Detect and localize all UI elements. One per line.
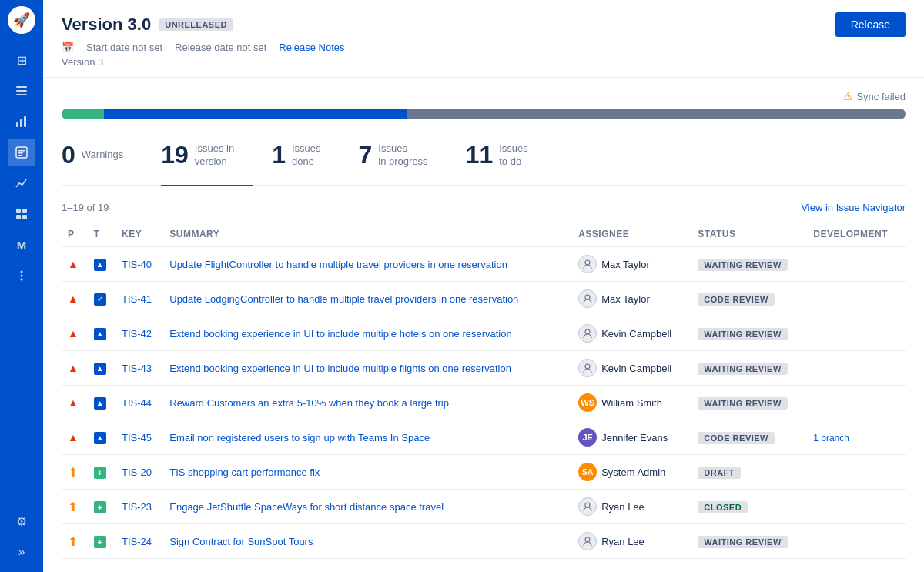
issue-key-link[interactable]: TIS-41 [122, 293, 152, 305]
svg-rect-5 [24, 116, 26, 127]
issue-summary-text[interactable]: Sign Contract for SunSpot Tours [169, 536, 313, 547]
svg-rect-11 [22, 209, 27, 213]
priority-cell: ▲ [62, 282, 88, 316]
reports-nav-icon[interactable] [8, 108, 35, 135]
status-cell: WAITING REVIEW [691, 524, 807, 559]
summary-cell[interactable]: Extend booking experience in UI to inclu… [163, 316, 572, 351]
more-nav-icon[interactable] [8, 262, 35, 289]
issue-key-link[interactable]: TIS-40 [122, 259, 152, 270]
stat-issues-done[interactable]: 1 Issuesdone [272, 135, 339, 176]
type-cell: ▲ [88, 420, 116, 455]
issue-summary-text[interactable]: Engage JetShuttle SpaceWays for short di… [169, 501, 444, 513]
priority-cell: ▲ [62, 386, 88, 420]
issue-summary-text[interactable]: Email non registered users to sign up wi… [169, 432, 430, 443]
issue-key-link[interactable]: TIS-24 [122, 536, 152, 547]
development-cell [807, 490, 906, 524]
svg-point-18 [585, 295, 590, 299]
type-cell: ▲ [88, 316, 116, 351]
key-cell[interactable]: TIS-44 [116, 386, 163, 420]
table-row: ⬆+TIS-23Engage JetShuttle SpaceWays for … [62, 490, 906, 524]
issue-key-link[interactable]: TIS-20 [122, 467, 152, 478]
expand-nav-icon[interactable]: » [8, 538, 35, 566]
issue-key-link[interactable]: TIS-44 [122, 397, 152, 409]
col-priority: P [62, 222, 88, 246]
summary-cell[interactable]: Update FlightController to handle multip… [163, 246, 572, 282]
app-logo[interactable]: 🚀 [8, 6, 35, 34]
story-type-icon: ▲ [94, 259, 106, 271]
progress-done-segment [62, 109, 104, 119]
summary-cell[interactable]: Engage JetShuttle SpaceWays for short di… [163, 490, 572, 524]
issue-key-link[interactable]: TIS-45 [122, 432, 152, 443]
issue-key-link[interactable]: TIS-43 [122, 363, 152, 374]
key-cell[interactable]: TIS-20 [116, 455, 163, 490]
summary-cell[interactable]: Update LodgingController to handle multi… [163, 282, 572, 316]
development-cell: 1 branch [807, 420, 906, 455]
assignee-name: Max Taylor [601, 293, 650, 305]
summary-cell[interactable]: Email non registered users to sign up wi… [163, 420, 572, 455]
progress-todo-segment [407, 109, 906, 119]
issue-key-link[interactable]: TIS-42 [122, 328, 152, 340]
apps-nav-icon[interactable]: M [8, 231, 35, 259]
stat-label-warnings: Warnings [82, 149, 123, 162]
key-cell[interactable]: TIS-40 [116, 246, 163, 282]
assignee-name: Kevin Campbell [601, 363, 671, 374]
issue-key-link[interactable]: TIS-23 [122, 501, 152, 513]
issue-summary-text[interactable]: Extend booking experience in UI to inclu… [169, 328, 511, 340]
svg-rect-0 [16, 86, 27, 88]
story-type-icon: ▲ [94, 363, 106, 375]
summary-cell[interactable]: Extend booking experience in UI to inclu… [163, 351, 572, 386]
status-badge: CLOSED [698, 501, 748, 513]
avatar [578, 324, 597, 343]
stat-issues-version[interactable]: 19 Issues inversion [161, 135, 253, 176]
board-nav-icon[interactable]: ⊞ [8, 46, 35, 74]
components-nav-icon[interactable] [8, 200, 35, 228]
table-row: ▲▲TIS-42Extend booking experience in UI … [62, 316, 906, 351]
issue-summary-text[interactable]: Extend booking experience in UI to inclu… [169, 363, 511, 374]
release-button[interactable]: Release [835, 12, 906, 37]
stat-warnings[interactable]: 0 Warnings [62, 135, 142, 176]
svg-rect-10 [16, 209, 21, 213]
summary-cell[interactable]: Reward Customers an extra 5-10% when the… [163, 386, 572, 420]
development-cell [807, 246, 906, 282]
svg-point-16 [21, 279, 23, 281]
dev-branch-link[interactable]: 1 branch [813, 433, 849, 443]
backlog-nav-icon[interactable] [8, 77, 35, 105]
assignee-cell: WSWilliam Smith [572, 386, 691, 420]
svg-rect-2 [16, 94, 27, 95]
summary-cell[interactable]: Sign Contract for SunSpot Tours [163, 524, 572, 559]
issue-summary-text[interactable]: Update LodgingController to handle multi… [169, 293, 518, 305]
issue-summary-text[interactable]: Update FlightController to handle multip… [169, 259, 507, 270]
stat-issues-inprogress[interactable]: 7 Issuesin progress [359, 135, 447, 176]
priority-high-icon: ⬆ [68, 535, 78, 548]
settings-nav-icon[interactable]: ⚙ [8, 507, 35, 535]
releases-nav-icon[interactable] [8, 139, 35, 166]
issues-range: 1–19 of 19 [62, 202, 109, 213]
release-notes-link[interactable]: Release Notes [279, 42, 344, 53]
avatar [578, 255, 597, 273]
key-cell[interactable]: TIS-24 [116, 524, 163, 559]
stat-label-todo: Issuesto do [499, 142, 528, 169]
priority-highest-icon: ▲ [68, 431, 79, 443]
issues-header: 1–19 of 19 View in Issue Navigator [62, 202, 906, 213]
col-assignee: Assignee [572, 222, 691, 246]
assignee-name: Kevin Campbell [601, 328, 671, 340]
svg-rect-3 [16, 122, 18, 127]
view-navigator-link[interactable]: View in Issue Navigator [801, 202, 906, 213]
issues-table: P T Key Summary Assignee Status Developm… [62, 222, 906, 559]
improvement-type-icon: + [94, 467, 106, 479]
key-cell[interactable]: TIS-41 [116, 282, 163, 316]
avatar: JE [578, 428, 597, 447]
page-title: Version 3.0 [62, 15, 151, 35]
summary-cell[interactable]: TIS shopping cart performance fix [163, 455, 572, 490]
analytics-nav-icon[interactable] [8, 169, 35, 197]
issue-summary-text[interactable]: TIS shopping cart performance fix [169, 467, 320, 478]
key-cell[interactable]: TIS-42 [116, 316, 163, 351]
main-panel: Version 3.0 UNRELEASED Release 📅 Start d… [43, 0, 924, 572]
key-cell[interactable]: TIS-45 [116, 420, 163, 455]
stat-issues-todo[interactable]: 11 Issuesto do [466, 135, 547, 176]
key-cell[interactable]: TIS-43 [116, 351, 163, 386]
avatar: WS [578, 393, 597, 412]
key-cell[interactable]: TIS-23 [116, 490, 163, 524]
stat-number-done: 1 [272, 141, 286, 169]
issue-summary-text[interactable]: Reward Customers an extra 5-10% when the… [169, 397, 449, 409]
